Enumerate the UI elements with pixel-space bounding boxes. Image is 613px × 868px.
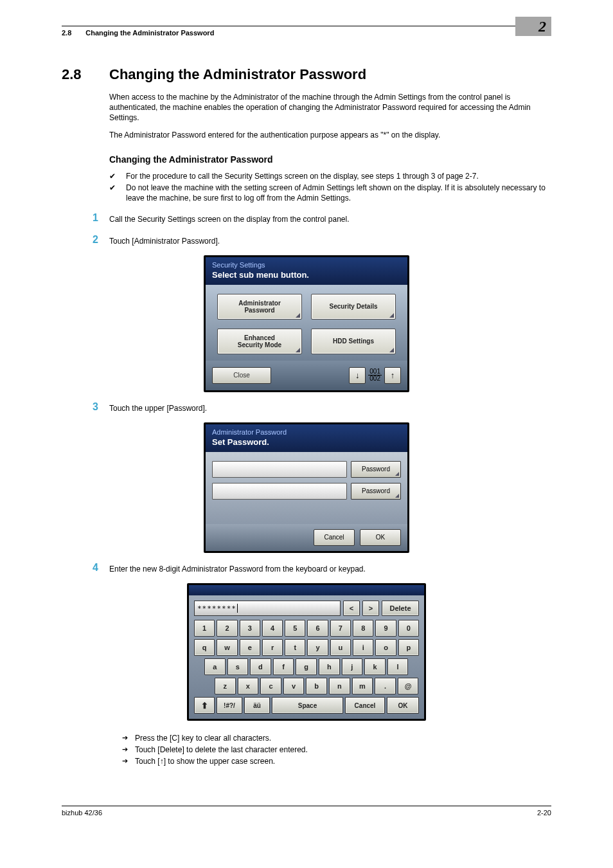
submenu-corner-icon [395,494,399,498]
button-label: Security Mode [238,341,281,348]
key-p[interactable]: p [398,639,419,656]
panel-title: Administrator Password [212,428,401,436]
ok-button[interactable]: OK [387,697,419,714]
key-3[interactable]: 3 [240,620,260,637]
key-r[interactable]: r [262,639,283,656]
key-m[interactable]: m [352,678,373,694]
step-text: Touch the upper [Password]. [109,401,551,413]
page-down-button[interactable]: ↓ [349,367,366,384]
key-5[interactable]: 5 [285,620,305,637]
key-.[interactable]: . [375,678,396,694]
submenu-corner-icon [296,313,300,318]
cancel-button[interactable]: Cancel [345,697,385,714]
key-q[interactable]: q [194,639,215,656]
accent-button[interactable]: äü [244,697,270,714]
symbols-button[interactable]: !#?/ [217,697,242,714]
prereq-item: For the procedure to call the Security S… [109,171,551,181]
footer-page: 2-20 [537,809,551,817]
password-field-upper [212,461,347,478]
step-text: Enter the new 8-digit Administrator Pass… [109,562,551,574]
button-label: HDD Settings [333,338,374,345]
key-6[interactable]: 6 [307,620,328,637]
space-button[interactable]: Space [272,697,343,714]
page-indicator: 001 002 [368,368,382,382]
cursor-left-button[interactable]: < [343,601,360,616]
security-details-button[interactable]: Security Details [311,294,396,320]
close-button[interactable]: Close [212,367,271,384]
key-4[interactable]: 4 [262,620,283,637]
key-i[interactable]: i [353,639,373,656]
subheading: Changing the Administrator Password [109,154,551,165]
key-1[interactable]: 1 [194,620,215,637]
submenu-corner-icon [389,313,394,318]
down-arrow-icon: ↓ [355,370,360,380]
key-k[interactable]: k [364,658,386,675]
key-2[interactable]: 2 [217,620,237,637]
footer-model: bizhub 42/36 [62,809,102,817]
page-up-button[interactable]: ↑ [384,367,401,384]
panel-subtitle: Set Password. [212,437,401,447]
shift-button[interactable]: ⬆ [194,697,215,714]
key-n[interactable]: n [329,678,350,694]
key-w[interactable]: w [217,639,237,656]
intro-paragraph-1: When access to the machine by the Admini… [109,92,551,123]
key-o[interactable]: o [375,639,396,656]
key-t[interactable]: t [285,639,305,656]
button-label: Password [244,307,274,314]
submenu-corner-icon [395,472,399,476]
button-label: Enhanced [244,334,275,341]
key-z[interactable]: z [215,678,236,694]
prereq-item: Do not leave the machine with the settin… [109,183,551,203]
tip-item: Touch [Delete] to delete the last charac… [109,744,551,755]
key-c[interactable]: c [260,678,281,694]
hdd-settings-button[interactable]: HDD Settings [311,329,396,354]
administrator-password-button[interactable]: Administrator Password [217,294,302,320]
key-y[interactable]: y [307,639,328,656]
key-e[interactable]: e [240,639,260,656]
key-x[interactable]: x [238,678,259,694]
ok-button[interactable]: OK [360,529,401,546]
password-field-lower [212,483,347,500]
enhanced-security-mode-button[interactable]: Enhanced Security Mode [217,329,302,354]
intro-paragraph-2: The Administrator Password entered for t… [109,130,551,140]
password-button-lower[interactable]: Password [351,483,401,500]
chapter-number-badge: 2 [515,17,551,36]
heading-number: 2.8 [62,66,109,83]
submenu-corner-icon [389,348,394,352]
tip-item: Touch [↑] to show the upper case screen. [109,755,551,767]
header-section-number: 2.8 [62,29,71,37]
key-@[interactable]: @ [398,678,419,694]
key-d[interactable]: d [250,658,271,675]
delete-button[interactable]: Delete [382,601,419,616]
header-section-title: Changing the Administrator Password [85,29,551,37]
cursor-right-button[interactable]: > [362,601,379,616]
up-arrow-icon: ↑ [391,370,395,380]
key-f[interactable]: f [273,658,294,675]
key-a[interactable]: a [204,658,226,675]
step-number: 1 [93,212,109,224]
key-h[interactable]: h [319,658,340,675]
key-v[interactable]: v [283,678,305,694]
page-heading: 2.8 Changing the Administrator Password [62,66,551,83]
key-s[interactable]: s [227,658,249,675]
admin-password-panel: Administrator Password Set Password. Pas… [204,422,409,553]
key-b[interactable]: b [306,678,327,694]
key-u[interactable]: u [330,639,351,656]
key-j[interactable]: j [342,658,363,675]
key-9[interactable]: 9 [375,620,396,637]
step-text: Touch [Administrator Password]. [109,234,551,246]
onscreen-keyboard: ******** < > Delete 1234567890 qwertyuio… [187,583,426,721]
key-8[interactable]: 8 [353,620,373,637]
button-label: Administrator [238,300,281,307]
cancel-button[interactable]: Cancel [314,529,355,546]
key-7[interactable]: 7 [330,620,351,637]
key-l[interactable]: l [387,658,409,675]
key-g[interactable]: g [296,658,317,675]
keyboard-display: ******** [194,601,341,616]
password-button-upper[interactable]: Password [351,461,401,478]
panel-subtitle: Select sub menu button. [212,270,401,280]
tip-item: Press the [C] key to clear all character… [109,732,551,744]
step-text: Call the Security Settings screen on the… [109,212,551,224]
step-number: 2 [93,234,109,246]
key-0[interactable]: 0 [398,620,419,637]
